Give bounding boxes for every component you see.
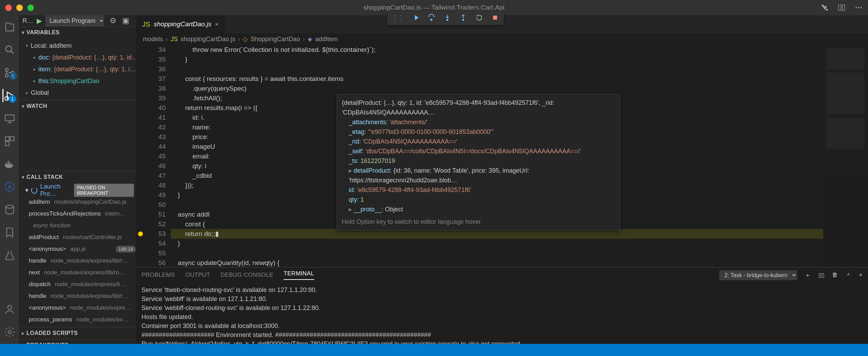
maximize-panel-icon[interactable]: ＾ <box>846 271 851 279</box>
breadcrumbs[interactable]: models› JSshoppingCartDao.js› ◇ShoppingC… <box>136 33 868 45</box>
terminal-task-select[interactable]: 2: Task - bridge-to-kubern <box>719 270 797 280</box>
stack-frame[interactable]: <anonymous>node_modules/expre… <box>19 302 136 314</box>
more-actions-icon[interactable] <box>855 3 863 12</box>
extensions-icon[interactable] <box>3 135 16 148</box>
scope-global[interactable]: ▸Global <box>19 87 136 99</box>
account-icon[interactable] <box>3 303 16 316</box>
database-icon[interactable] <box>3 203 16 216</box>
new-terminal-icon[interactable]: ＋ <box>805 271 811 279</box>
close-window-icon[interactable] <box>5 4 12 11</box>
svg-rect-22 <box>10 163 11 164</box>
trash-icon[interactable]: 🗑 <box>832 272 838 279</box>
close-panel-icon[interactable]: × <box>859 272 862 279</box>
split-terminal-icon[interactable]: ▯▯ <box>818 272 824 279</box>
config-prefix: R… <box>22 17 33 25</box>
svg-point-7 <box>430 19 432 21</box>
panel-tab-debug-console[interactable]: DEBUG CONSOLE <box>221 272 273 279</box>
docker-icon[interactable] <box>3 157 16 171</box>
variables-section-header[interactable]: ▾VARIABLES <box>19 27 136 38</box>
restart-button[interactable] <box>475 13 484 22</box>
svg-point-4 <box>856 7 857 8</box>
step-into-button[interactable] <box>443 13 452 22</box>
svg-point-12 <box>5 68 8 71</box>
window-controls <box>0 4 34 11</box>
variable-row[interactable]: ▸this: ShoppingCartDao <box>19 75 136 87</box>
scope-local[interactable]: ▾Local: addItem <box>19 40 136 52</box>
svg-rect-20 <box>6 163 7 164</box>
watch-section-header[interactable]: ▾WATCH <box>19 100 136 112</box>
stack-frame[interactable]: handlenode_modules/express/lib/r… <box>19 255 136 267</box>
kubernetes-icon[interactable] <box>3 180 16 193</box>
svg-rect-3 <box>842 5 845 10</box>
debug-console-icon[interactable]: ▣ <box>122 16 129 25</box>
debug-hover-popup: {detailProduct: {…}, qty: 1, id: 'e8c595… <box>337 94 620 230</box>
stack-frame[interactable]: async function <box>19 220 136 231</box>
svg-point-5 <box>858 7 859 8</box>
svg-rect-17 <box>5 137 9 140</box>
variable-row[interactable]: ▸item: {detailProduct: {…}, qty: 1, i… <box>19 63 136 75</box>
svg-point-27 <box>8 305 11 309</box>
js-file-icon: JS <box>142 20 150 28</box>
remote-explorer-icon[interactable] <box>3 112 16 125</box>
svg-rect-21 <box>8 163 9 164</box>
svg-rect-10 <box>493 16 497 20</box>
pause-reason-badge: PAUSED ON BREAKPOINT <box>74 184 134 197</box>
bookmark-icon[interactable] <box>3 226 16 239</box>
stack-frame[interactable]: process_paramsnode_modules/ex… <box>19 314 136 326</box>
svg-point-8 <box>446 19 448 21</box>
status-bar <box>0 344 868 356</box>
launch-config-select[interactable]: Launch Program <box>45 15 104 26</box>
svg-rect-2 <box>839 5 841 10</box>
variable-row[interactable]: ▸doc: {detailProduct: {…}, qty: 1, id… <box>19 52 136 63</box>
panel-tab-terminal[interactable]: TERMINAL <box>284 270 314 280</box>
step-over-button[interactable] <box>427 13 436 22</box>
stack-frame[interactable]: dispatchnode_modules/express/li… <box>19 279 136 290</box>
debug-sidebar: R… ▶ Launch Program ⚙ ▣ ⋯ ▾VARIABLES ▾Lo… <box>19 15 136 344</box>
stack-frame[interactable]: <anonymous>app.js146:18 <box>19 243 136 255</box>
run-debug-icon[interactable]: 1 <box>2 89 16 102</box>
debug-badge: 1 <box>9 95 16 103</box>
method-icon: ◈ <box>308 35 312 43</box>
drag-handle-icon[interactable]: ⋮⋮ <box>392 14 404 21</box>
debug-toolbar[interactable]: ⋮⋮ <box>387 10 504 25</box>
svg-point-28 <box>8 331 11 334</box>
stop-button[interactable] <box>491 13 500 22</box>
close-tab-icon[interactable]: × <box>215 21 219 28</box>
explorer-icon[interactable] <box>3 20 16 34</box>
settings-gear-icon[interactable] <box>3 326 16 339</box>
stack-frame[interactable]: addProductroutes/cartController.js <box>19 231 136 243</box>
start-debug-icon[interactable]: ▶ <box>37 17 42 25</box>
stack-frame[interactable]: nextnode_modules/express/lib/ro… <box>19 267 136 279</box>
stack-frame[interactable]: handlenode_modules/express/lib/r… <box>19 290 136 302</box>
maximize-window-icon[interactable] <box>27 4 34 11</box>
js-file-icon: JS <box>171 36 178 43</box>
breakpoints-header[interactable]: ▾BREAKPOINTS <box>19 339 136 344</box>
svg-rect-23 <box>8 161 9 163</box>
call-stack-section-header[interactable]: ▾CALL STACK <box>19 171 136 183</box>
search-icon[interactable] <box>3 43 16 56</box>
step-out-button[interactable] <box>459 13 468 22</box>
svg-rect-19 <box>5 142 9 145</box>
panel-tab-output[interactable]: OUTPUT <box>185 272 210 279</box>
continue-button[interactable] <box>411 13 420 22</box>
editor[interactable]: 3435363738394041424344454647484950515253… <box>136 45 868 267</box>
tab-shoppingcartdao[interactable]: JS shoppingCartDao.js × <box>136 15 225 33</box>
stack-frame[interactable]: processTicksAndRejectionsintern… <box>19 208 136 220</box>
terminal-output[interactable]: Service 'ttweb-cloned-routing-svc' is av… <box>136 283 868 344</box>
svg-rect-16 <box>5 115 14 121</box>
compare-changes-icon[interactable] <box>821 3 829 12</box>
svg-point-9 <box>462 19 464 21</box>
thread-row[interactable]: ▾Launch Pro…PAUSED ON BREAKPOINT <box>19 184 136 196</box>
scm-icon[interactable]: 5 <box>3 66 16 79</box>
split-editor-icon[interactable] <box>838 3 846 12</box>
minimap[interactable] <box>823 45 868 267</box>
activity-bar: 5 1 <box>0 15 19 344</box>
svg-point-0 <box>822 4 824 7</box>
loaded-scripts-header[interactable]: ▸LOADED SCRIPTS <box>19 327 136 339</box>
minimize-window-icon[interactable] <box>16 4 23 11</box>
config-gear-icon[interactable]: ⚙ <box>110 16 117 25</box>
stack-frame[interactable]: addItemmodels/shoppingCartDao.js <box>19 196 136 208</box>
panel-tab-problems[interactable]: PROBLEMS <box>141 272 175 279</box>
beaker-icon[interactable] <box>3 249 16 262</box>
svg-point-13 <box>5 74 8 77</box>
